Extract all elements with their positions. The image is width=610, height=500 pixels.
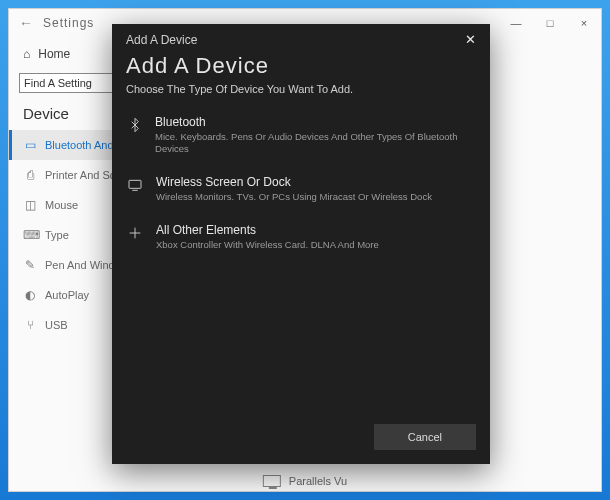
back-button[interactable]: ← bbox=[9, 15, 43, 31]
bluetooth-icon: ▭ bbox=[23, 138, 37, 152]
option-everything-else[interactable]: All Other Elements Xbox Controller With … bbox=[112, 213, 490, 261]
dialog-close-button[interactable]: ✕ bbox=[460, 32, 480, 47]
svg-rect-0 bbox=[129, 180, 141, 188]
option-bluetooth[interactable]: Bluetooth Mice. Keyboards. Pens Or Audio… bbox=[112, 105, 490, 165]
nav-item-label: Mouse bbox=[45, 199, 78, 211]
minimize-button[interactable]: — bbox=[499, 9, 533, 37]
home-icon: ⌂ bbox=[23, 47, 30, 61]
monitor-icon bbox=[263, 475, 281, 487]
display-icon bbox=[126, 175, 144, 203]
nav-item-label: USB bbox=[45, 319, 68, 331]
usb-icon: ⑂ bbox=[23, 318, 37, 332]
option-wireless-display[interactable]: Wireless Screen Or Dock Wireless Monitor… bbox=[112, 165, 490, 213]
dialog-title: Add A Device bbox=[112, 51, 490, 81]
mouse-icon: ◫ bbox=[23, 198, 37, 212]
option-desc: Mice. Keyboards. Pens Or Audio Devices A… bbox=[155, 131, 476, 155]
device-item-parallels[interactable]: Parallels Vu bbox=[263, 475, 347, 487]
pen-icon: ✎ bbox=[23, 258, 37, 272]
dialog-subtitle: Choose The Type Of Device You Want To Ad… bbox=[112, 81, 490, 105]
close-button[interactable]: × bbox=[567, 9, 601, 37]
option-title: Wireless Screen Or Dock bbox=[156, 175, 432, 189]
dialog-header-title: Add A Device bbox=[126, 33, 460, 47]
printer-icon: ⎙ bbox=[23, 168, 37, 182]
add-device-dialog: Add A Device ✕ Add A Device Choose The T… bbox=[112, 24, 490, 464]
nav-item-label: AutoPlay bbox=[45, 289, 89, 301]
autoplay-icon: ◐ bbox=[23, 288, 37, 302]
option-desc: Xbox Controller With Wireless Card. DLNA… bbox=[156, 239, 379, 251]
dialog-header: Add A Device ✕ bbox=[112, 24, 490, 51]
nav-item-label: Type bbox=[45, 229, 69, 241]
option-title: All Other Elements bbox=[156, 223, 379, 237]
keyboard-icon: ⌨ bbox=[23, 228, 37, 242]
option-desc: Wireless Monitors. TVs. Or PCs Using Mir… bbox=[156, 191, 432, 203]
nav-home-label: Home bbox=[38, 47, 70, 61]
bluetooth-icon bbox=[126, 115, 143, 155]
option-title: Bluetooth bbox=[155, 115, 476, 129]
maximize-button[interactable]: □ bbox=[533, 9, 567, 37]
device-item-label: Parallels Vu bbox=[289, 475, 347, 487]
cancel-button[interactable]: Cancel bbox=[374, 424, 476, 450]
plus-icon bbox=[126, 223, 144, 251]
